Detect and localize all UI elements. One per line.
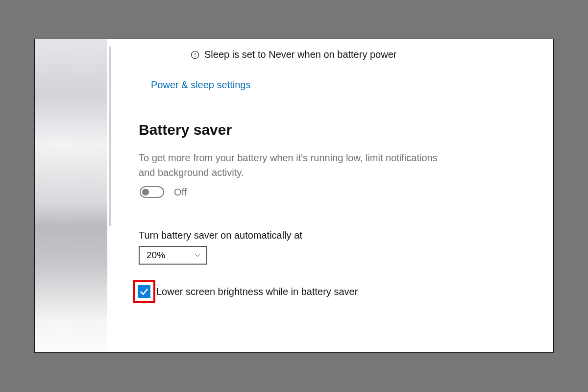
toggle-knob xyxy=(142,189,149,196)
power-sleep-settings-link[interactable]: Power & sleep settings xyxy=(151,79,250,91)
svg-point-2 xyxy=(195,56,196,57)
info-icon xyxy=(191,50,199,59)
auto-threshold-label: Turn battery saver on automatically at xyxy=(139,230,302,241)
scrollbar[interactable] xyxy=(109,46,111,226)
auto-threshold-value: 20% xyxy=(140,250,189,261)
battery-saver-title: Battery saver xyxy=(139,122,232,138)
battery-saver-description: To get more from your battery when it's … xyxy=(139,150,452,180)
sleep-notice-text: Sleep is set to Never when on battery po… xyxy=(204,49,396,60)
left-sidebar xyxy=(35,39,107,352)
content-pane: Sleep is set to Never when on battery po… xyxy=(137,39,553,352)
auto-threshold-select[interactable]: 20% xyxy=(139,246,207,265)
battery-saver-toggle-state: Off xyxy=(174,187,187,198)
highlight-box xyxy=(133,280,155,303)
lower-brightness-label: Lower screen brightness while in battery… xyxy=(156,286,358,297)
battery-saver-toggle[interactable] xyxy=(140,186,164,198)
link-label: Power & sleep settings xyxy=(151,79,250,90)
battery-saver-toggle-row: Off xyxy=(140,186,187,198)
lower-brightness-checkbox[interactable] xyxy=(138,285,150,298)
lower-brightness-row: Lower screen brightness while in battery… xyxy=(133,280,358,303)
chevron-down-icon xyxy=(189,251,206,260)
sleep-notice: Sleep is set to Never when on battery po… xyxy=(191,49,396,60)
settings-window: Sleep is set to Never when on battery po… xyxy=(34,39,554,353)
